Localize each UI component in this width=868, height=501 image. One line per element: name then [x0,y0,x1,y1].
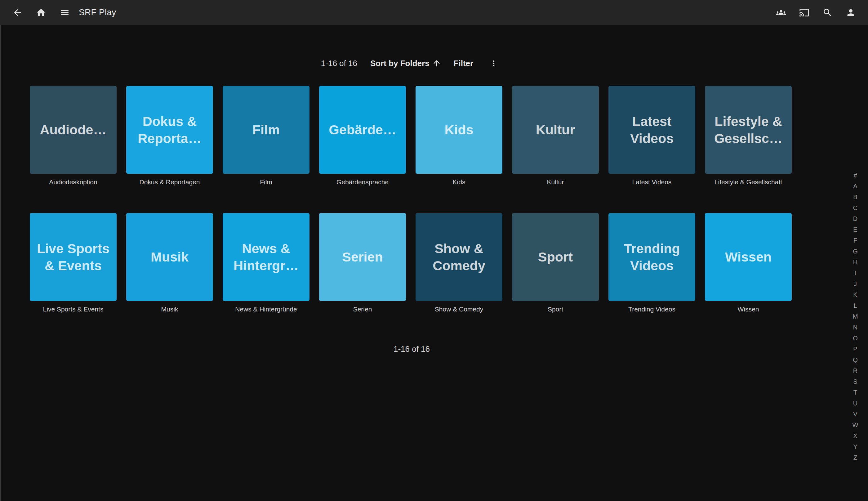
library-card[interactable]: Lifestyle & Gesellsc… Lifestyle & Gesell… [705,86,792,186]
alpha-letter-g[interactable]: G [848,246,862,257]
alpha-letter-s[interactable]: S [848,376,862,387]
folder-label[interactable]: Lifestyle & Gesellschaft [705,178,792,186]
folder-tile-9[interactable]: Live Sports & Events [30,213,117,301]
folder-tile-text: Show & Comedy [419,240,499,274]
cast-button[interactable] [797,5,812,20]
library-card[interactable]: Wissen Wissen [705,213,792,313]
folder-label[interactable]: Latest Videos [608,178,695,186]
library-card[interactable]: Dokus & Reporta… Dokus & Reportagen [126,86,213,186]
more-options-button[interactable] [485,59,502,68]
alpha-letter-f[interactable]: F [848,235,862,246]
folder-tile-8[interactable]: Lifestyle & Gesellsc… [705,86,792,174]
folder-tile-text: Audiode… [40,121,107,138]
folder-tile-6[interactable]: Kultur [512,86,599,174]
home-icon [36,8,46,18]
folder-tile-10[interactable]: Musik [126,213,213,301]
alpha-letter-o[interactable]: O [848,333,862,344]
folder-label[interactable]: Film [223,178,310,186]
alpha-letter-u[interactable]: U [848,398,862,409]
alpha-letter-i[interactable]: I [848,268,862,279]
folder-label[interactable]: Audiodeskription [30,178,117,186]
alpha-letter-h[interactable]: H [848,257,862,268]
library-card[interactable]: Trending Videos Trending Videos [608,213,695,313]
folder-label[interactable]: Musik [126,305,213,313]
folder-tile-16[interactable]: Wissen [705,213,792,301]
library-card[interactable]: Serien Serien [319,213,406,313]
folder-tile-14[interactable]: Sport [512,213,599,301]
alpha-letter-hash[interactable]: # [848,170,862,181]
alpha-letter-t[interactable]: T [848,387,862,398]
folder-tile-11[interactable]: News & Hintergr… [223,213,310,301]
alpha-letter-k[interactable]: K [848,289,862,300]
app-bar: SRF Play [0,0,868,25]
alpha-letter-w[interactable]: W [848,420,862,430]
folder-tile-text: Live Sports & Events [33,240,113,274]
folder-tile-2[interactable]: Dokus & Reporta… [126,86,213,174]
folder-label[interactable]: Dokus & Reportagen [126,178,213,186]
folder-label[interactable]: Kultur [512,178,599,186]
alpha-letter-d[interactable]: D [848,213,862,224]
folder-label[interactable]: Trending Videos [608,305,695,313]
library-card[interactable]: Musik Musik [126,213,213,313]
user-button[interactable] [843,5,858,20]
folder-label[interactable]: Show & Comedy [415,305,502,313]
folder-tile-text: Dokus & Reporta… [130,113,209,147]
alpha-letter-e[interactable]: E [848,224,862,235]
item-count-bottom: 1-16 of 16 [0,344,848,354]
library-card[interactable]: News & Hintergr… News & Hintergründe [223,213,310,313]
folder-label[interactable]: Serien [319,305,406,313]
alpha-letter-n[interactable]: N [848,322,862,333]
folder-tile-3[interactable]: Film [223,86,310,174]
folder-label[interactable]: Kids [415,178,502,186]
alpha-letter-a[interactable]: A [848,181,862,192]
folder-label[interactable]: Gebärdensprache [319,178,406,186]
item-count-top: 1-16 of 16 [321,58,357,68]
alpha-letter-b[interactable]: B [848,192,862,203]
folder-tile-15[interactable]: Trending Videos [608,213,695,301]
alpha-letter-c[interactable]: C [848,203,862,213]
folder-label[interactable]: Live Sports & Events [30,305,117,313]
user-icon [846,8,856,18]
filter-button[interactable]: Filter [447,58,480,68]
library-card[interactable]: Kids Kids [415,86,502,186]
folder-label[interactable]: Wissen [705,305,792,313]
alpha-letter-x[interactable]: X [848,430,862,441]
folder-tile-text: Serien [342,248,383,265]
library-card[interactable]: Film Film [223,86,310,186]
folder-tile-13[interactable]: Show & Comedy [415,213,502,301]
alpha-letter-z[interactable]: Z [848,452,862,463]
library-card[interactable]: Kultur Kultur [512,86,599,186]
back-button[interactable] [10,5,25,20]
syncplay-button[interactable] [773,5,788,20]
library-card[interactable]: Gebärde… Gebärdensprache [319,86,406,186]
sort-button[interactable]: Sort by Folders [364,58,447,68]
library-card[interactable]: Sport Sport [512,213,599,313]
alpha-letter-p[interactable]: P [848,344,862,354]
alpha-letter-m[interactable]: M [848,311,862,322]
alpha-letter-r[interactable]: R [848,365,862,376]
library-page: 1-16 of 16 Sort by Folders Filter Audiod… [0,57,848,354]
alpha-letter-l[interactable]: L [848,300,862,311]
alpha-letter-q[interactable]: Q [848,354,862,365]
vertical-dots-icon [489,59,498,68]
alpha-letter-j[interactable]: J [848,279,862,289]
folder-label[interactable]: Sport [512,305,599,313]
alpha-letter-v[interactable]: V [848,409,862,420]
folder-tile-12[interactable]: Serien [319,213,406,301]
search-button[interactable] [820,5,835,20]
library-card[interactable]: Latest Videos Latest Videos [608,86,695,186]
folder-tile-7[interactable]: Latest Videos [608,86,695,174]
alpha-letter-y[interactable]: Y [848,441,862,452]
library-card[interactable]: Live Sports & Events Live Sports & Event… [30,213,117,313]
library-card[interactable]: Show & Comedy Show & Comedy [415,213,502,313]
folder-label[interactable]: News & Hintergründe [223,305,310,313]
folder-tile-text: Kultur [536,121,575,138]
menu-button[interactable] [57,5,72,20]
home-button[interactable] [33,5,48,20]
folder-tile-5[interactable]: Kids [415,86,502,174]
library-card[interactable]: Audiode… Audiodeskription [30,86,117,186]
folder-tile-1[interactable]: Audiode… [30,86,117,174]
folder-tile-text: Lifestyle & Gesellsc… [709,113,788,147]
folder-tile-4[interactable]: Gebärde… [319,86,406,174]
app-bar-left: SRF Play [10,5,116,20]
